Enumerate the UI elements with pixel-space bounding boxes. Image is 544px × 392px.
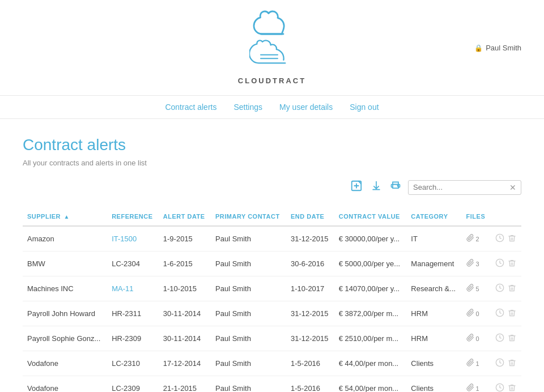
col-files: FILES <box>462 207 491 226</box>
col-reference: REFERENCE <box>107 207 159 226</box>
cell-reference-5: LC-2310 <box>107 351 159 376</box>
file-count-3: 0 <box>476 310 479 317</box>
cell-category-2: Research &... <box>406 276 461 301</box>
table-row: Payroll John Howard HR-2311 30-11-2014 P… <box>23 301 521 326</box>
col-supplier[interactable]: SUPPLIER ▲ <box>23 207 107 226</box>
cell-reference-1: LC-2304 <box>107 252 159 276</box>
cell-contract-value-1: € 5000,00/per ye... <box>334 252 407 276</box>
cell-reference-3: HR-2311 <box>107 301 159 326</box>
cell-files-0: 2 <box>462 226 491 252</box>
delete-icon-3[interactable] <box>508 309 516 319</box>
cell-files-3: 0 <box>462 301 491 326</box>
table-row: BMW LC-2304 1-6-2015 Paul Smith 30-6-201… <box>23 252 521 276</box>
toolbar: ✕ <box>23 178 521 196</box>
paperclip-icon-6 <box>466 384 474 392</box>
alert-icon-5[interactable] <box>495 358 504 369</box>
svg-point-6 <box>397 185 398 186</box>
cell-reference-6: LC-2309 <box>107 376 159 393</box>
page-subtitle: All your contracts and alerts in one lis… <box>23 159 521 167</box>
username: Paul Smith <box>486 44 521 52</box>
cell-supplier-4: Payroll Sophie Gonz... <box>23 326 107 351</box>
col-primary-contact: PRIMARY CONTACT <box>211 207 286 226</box>
cell-end-date-4: 31-12-2015 <box>286 326 334 351</box>
cell-category-4: HRM <box>406 326 461 351</box>
nav-settings[interactable]: Settings <box>233 103 262 112</box>
cell-supplier-5: Vodafone <box>23 351 107 376</box>
toolbar-actions: ✕ <box>349 178 521 196</box>
main-nav: Contract alerts Settings My user details… <box>0 96 544 119</box>
add-contract-button[interactable] <box>349 178 364 196</box>
delete-icon-0[interactable] <box>508 234 516 244</box>
logo: CLOUDTRACT <box>238 10 306 85</box>
cell-primary-contact-2: Paul Smith <box>211 276 286 301</box>
cell-end-date-6: 1-5-2016 <box>286 376 334 393</box>
table-row: Vodafone LC-2310 17-12-2014 Paul Smith 1… <box>23 351 521 376</box>
file-count-5: 1 <box>476 360 479 367</box>
cell-contract-value-5: € 44,00/per mon... <box>334 351 407 376</box>
cell-supplier-3: Payroll John Howard <box>23 301 107 326</box>
file-count-1: 3 <box>476 261 479 267</box>
main-content: Contract alerts All your contracts and a… <box>11 119 533 392</box>
search-input[interactable] <box>413 183 509 191</box>
cell-alert-date-2: 1-10-2015 <box>159 276 211 301</box>
cell-alert-date-1: 1-6-2015 <box>159 252 211 276</box>
file-count-0: 2 <box>476 236 479 242</box>
delete-icon-5[interactable] <box>508 359 516 369</box>
delete-icon-2[interactable] <box>508 284 516 294</box>
cell-files-2: 5 <box>462 276 491 301</box>
cell-contract-value-2: € 14070,00/per y... <box>334 276 407 301</box>
delete-icon-6[interactable] <box>508 384 516 393</box>
nav-my-user-details[interactable]: My user details <box>279 103 333 112</box>
file-count-6: 1 <box>476 385 479 392</box>
paperclip-icon-4 <box>466 334 474 343</box>
alert-icon-3[interactable] <box>495 308 504 319</box>
cell-primary-contact-0: Paul Smith <box>211 226 286 252</box>
cell-end-date-2: 1-10-2017 <box>286 276 334 301</box>
nav-sign-out[interactable]: Sign out <box>350 103 379 112</box>
alert-icon-2[interactable] <box>495 283 504 294</box>
delete-icon-1[interactable] <box>508 259 516 269</box>
cell-category-1: Management <box>406 252 461 276</box>
cell-alert-date-5: 17-12-2014 <box>159 351 211 376</box>
reference-link-0[interactable]: IT-1500 <box>112 235 137 243</box>
print-button[interactable] <box>389 179 402 195</box>
paperclip-icon-3 <box>466 309 474 318</box>
cell-category-3: HRM <box>406 301 461 326</box>
paperclip-icon-5 <box>466 359 474 368</box>
delete-icon-4[interactable] <box>508 334 516 344</box>
reference-link-2[interactable]: MA-11 <box>112 284 133 293</box>
paperclip-icon-1 <box>466 259 474 269</box>
cell-files-4: 0 <box>462 326 491 351</box>
cell-end-date-5: 1-5-2016 <box>286 351 334 376</box>
cell-primary-contact-1: Paul Smith <box>211 252 286 276</box>
cell-supplier-1: BMW <box>23 252 107 276</box>
cell-category-6: Clients <box>406 376 461 393</box>
cell-supplier-2: Machines INC <box>23 276 107 301</box>
brand-name: CLOUDTRACT <box>238 76 306 85</box>
cell-alert-date-6: 21-1-2015 <box>159 376 211 393</box>
contracts-table: SUPPLIER ▲ REFERENCE ALERT DATE PRIMARY … <box>23 207 521 392</box>
lock-icon: 🔒 <box>474 44 483 52</box>
col-end-date: END DATE <box>286 207 334 226</box>
alert-icon-0[interactable] <box>495 233 504 244</box>
col-actions <box>491 207 521 226</box>
cell-contract-value-0: € 30000,00/per y... <box>334 226 407 252</box>
cell-primary-contact-5: Paul Smith <box>211 351 286 376</box>
cell-category-5: Clients <box>406 351 461 376</box>
search-clear-button[interactable]: ✕ <box>509 183 516 192</box>
paperclip-icon-2 <box>466 284 474 293</box>
search-box: ✕ <box>408 180 521 195</box>
cell-reference-4: HR-2309 <box>107 326 159 351</box>
alert-icon-1[interactable] <box>495 258 504 269</box>
cell-category-0: IT <box>406 226 461 252</box>
cell-actions-1 <box>491 252 521 276</box>
cell-supplier-0: Amazon <box>23 226 107 252</box>
download-button[interactable] <box>369 179 383 195</box>
cell-actions-5 <box>491 351 521 376</box>
nav-contract-alerts[interactable]: Contract alerts <box>165 103 216 112</box>
cell-contract-value-6: € 54,00/per mon... <box>334 376 407 393</box>
cell-actions-4 <box>491 326 521 351</box>
alert-icon-6[interactable] <box>495 383 504 392</box>
cell-actions-3 <box>491 301 521 326</box>
alert-icon-4[interactable] <box>495 333 504 344</box>
